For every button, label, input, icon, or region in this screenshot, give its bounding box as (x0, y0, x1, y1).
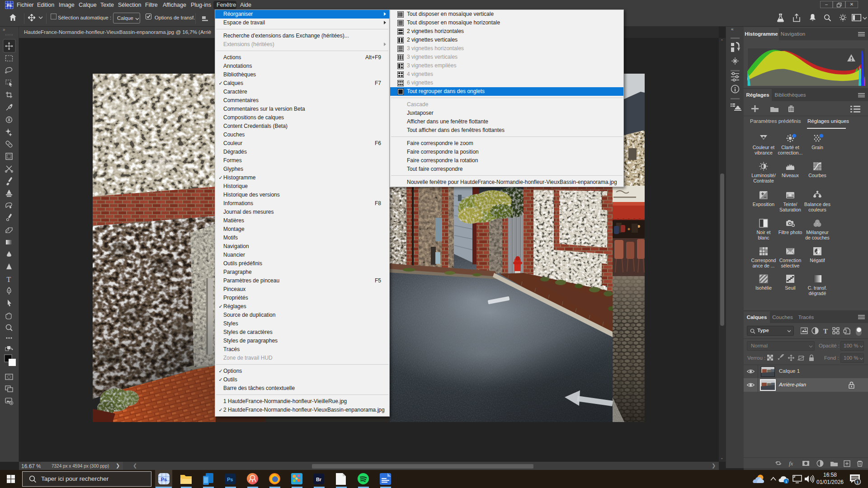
svg-text:Ps: Ps (161, 477, 167, 482)
svg-text:Ps: Ps (7, 3, 12, 8)
svg-text:1: 1 (856, 479, 859, 484)
svg-text:Ps: Ps (227, 477, 233, 482)
svg-text:fx: fx (789, 460, 793, 467)
svg-text:T: T (7, 276, 11, 283)
svg-text:T: T (823, 328, 828, 335)
svg-text:Br: Br (316, 477, 322, 482)
